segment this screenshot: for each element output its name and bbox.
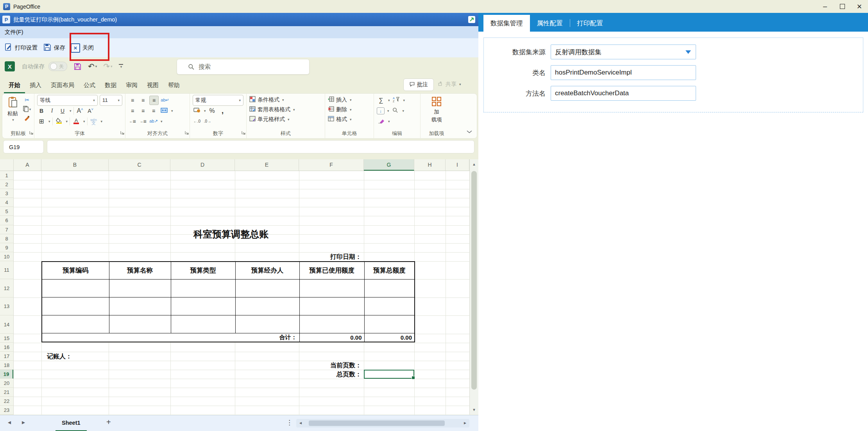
align-middle-button[interactable]: ≡ (139, 96, 147, 105)
column-header-I[interactable]: I (446, 159, 469, 171)
increase-font-button[interactable]: A˄ (76, 107, 84, 115)
ribbon-tab-4[interactable]: 公式 (79, 78, 100, 93)
increase-decimal-button[interactable]: ←.0 (193, 117, 201, 126)
budget-table-cell[interactable] (42, 280, 109, 297)
class-name-input[interactable]: hosPrintDemoServiceImpl (551, 65, 696, 80)
comma-style-button[interactable]: , (218, 107, 227, 115)
italic-button[interactable]: I (48, 107, 56, 115)
row-header-16[interactable]: 16 (0, 343, 13, 352)
font-name-select[interactable]: 等线▾ (37, 95, 98, 106)
fill-color-dropdown-icon[interactable]: ▾ (66, 119, 68, 123)
row-header-10[interactable]: 10 (0, 252, 13, 261)
row-header-13[interactable]: 13 (0, 297, 13, 315)
fill-dropdown-icon[interactable]: ▾ (387, 109, 389, 113)
minimize-button[interactable]: – (816, 0, 834, 13)
row-header-21[interactable]: 21 (0, 388, 13, 397)
row-header-9[interactable]: 9 (0, 243, 13, 252)
format-as-table-button[interactable]: 套用表格格式▾ (249, 105, 322, 114)
fill-down-button[interactable]: ↓ (377, 107, 385, 114)
row-header-1[interactable]: 1 (0, 171, 13, 180)
budget-table-cell[interactable] (42, 315, 109, 333)
ribbon-tab-2[interactable]: 插入 (25, 78, 46, 93)
budget-table-cell[interactable] (299, 280, 364, 297)
name-box[interactable]: G19 (3, 140, 44, 153)
percent-style-button[interactable]: % (208, 107, 217, 115)
merge-dropdown-icon[interactable]: ▾ (171, 109, 173, 113)
row-header-19[interactable]: 19 (0, 370, 13, 379)
panel-tab-1[interactable]: 数据集管理 (483, 15, 530, 32)
horizontal-scrollbar[interactable]: ◂ ▸ (296, 419, 469, 427)
row-header-7[interactable]: 7 (0, 225, 13, 234)
comments-button[interactable]: 批注 (403, 78, 434, 91)
maximize-button[interactable] (834, 0, 851, 13)
underline-dropdown-icon[interactable]: ▾ (70, 109, 72, 113)
save-button[interactable]: 保存 (43, 43, 65, 53)
column-header-F[interactable]: F (299, 159, 364, 171)
orientation-dropdown-icon[interactable]: ▾ (161, 119, 163, 123)
alignment-dialog-launcher-icon[interactable] (185, 129, 189, 136)
delete-cells-button[interactable]: 删除▾ (328, 105, 371, 114)
number-format-select[interactable]: 常规▾ (193, 95, 243, 106)
budget-table-cell[interactable] (299, 297, 364, 315)
budget-table-cell[interactable] (109, 297, 171, 315)
cut-button[interactable]: ✂ (23, 96, 31, 104)
align-right-button[interactable]: ≡ (149, 107, 158, 115)
ribbon-tab-7[interactable]: 视图 (142, 78, 163, 93)
addins-button[interactable]: 加 载项 (423, 96, 450, 124)
font-color-dropdown-icon[interactable]: ▾ (83, 119, 85, 123)
row-header-6[interactable]: 6 (0, 216, 13, 225)
format-cells-button[interactable]: 格式▾ (328, 114, 371, 124)
budget-table-cell[interactable] (235, 315, 299, 333)
sort-filter-dropdown-icon[interactable]: ▾ (403, 98, 405, 102)
budget-table-cell[interactable] (42, 297, 109, 315)
row-header-2[interactable]: 2 (0, 180, 13, 189)
budget-table-cell[interactable] (364, 315, 415, 333)
column-header-H[interactable]: H (414, 159, 446, 171)
column-header-C[interactable]: C (109, 159, 170, 171)
menu-file[interactable]: 文件(F) (5, 28, 23, 36)
quick-save-icon[interactable] (73, 62, 82, 71)
sheet-next-icon[interactable]: ▸ (22, 419, 25, 426)
sheet-options-icon[interactable]: ⋮ (286, 419, 293, 427)
insert-cells-button[interactable]: 插入▾ (328, 95, 371, 105)
ribbon-tab-5[interactable]: 数据 (100, 78, 121, 93)
scroll-up-icon[interactable]: ▴ (470, 162, 478, 167)
increase-indent-button[interactable]: →≡ (139, 117, 147, 126)
sheet-grid[interactable]: 科室预算调整总账 打印日期： 预算编码预算名称预算类型预算经办人预算已使用额度预… (14, 171, 469, 415)
budget-table-cell[interactable] (235, 280, 299, 297)
budget-table-cell[interactable] (171, 280, 235, 297)
align-center-button[interactable]: ≡ (139, 107, 147, 115)
column-header-G[interactable]: G (364, 159, 414, 171)
method-name-input[interactable]: createBatchVoucherData (551, 86, 696, 101)
bold-button[interactable]: B (37, 107, 46, 115)
cell-styles-button[interactable]: 单元格样式▾ (249, 114, 322, 124)
row-header-3[interactable]: 3 (0, 189, 13, 198)
autosave-toggle[interactable]: 关 (48, 62, 67, 71)
column-header-D[interactable]: D (170, 159, 235, 171)
source-select[interactable]: 反射调用数据集 (551, 45, 696, 59)
number-dialog-launcher-icon[interactable] (242, 129, 245, 136)
clipboard-dialog-launcher-icon[interactable] (29, 129, 33, 136)
paste-button[interactable]: 粘贴 ▾ (5, 95, 20, 123)
decrease-decimal-button[interactable]: .0→ (203, 117, 212, 126)
clear-dropdown-icon[interactable]: ▾ (388, 119, 390, 123)
budget-table-cell[interactable] (109, 280, 171, 297)
popout-icon[interactable] (468, 16, 475, 23)
sort-filter-button[interactable]: AZ (392, 96, 401, 105)
share-button[interactable]: 共享 ▾ (438, 78, 461, 90)
vertical-scrollbar[interactable]: ▴ ▾ (469, 159, 478, 415)
sheet-tab-sheet1[interactable]: Sheet1 (55, 415, 87, 431)
font-dialog-launcher-icon[interactable] (120, 129, 124, 136)
panel-tab-2[interactable]: 属性配置 (530, 15, 570, 32)
horizontal-scrollbar-thumb[interactable] (309, 420, 445, 426)
column-header-B[interactable]: B (41, 159, 109, 171)
panel-tab-3[interactable]: 打印配置 (570, 15, 610, 32)
align-bottom-button[interactable]: ≡ (149, 96, 159, 105)
decrease-font-button[interactable]: A˅ (86, 107, 95, 115)
search-input[interactable]: 搜索 (177, 59, 310, 75)
row-header-17[interactable]: 17 (0, 352, 13, 361)
row-header-8[interactable]: 8 (0, 234, 13, 243)
excel-logo-icon[interactable]: X (5, 61, 15, 71)
budget-table-cell[interactable] (299, 315, 364, 333)
budget-table-cell[interactable] (364, 297, 415, 315)
